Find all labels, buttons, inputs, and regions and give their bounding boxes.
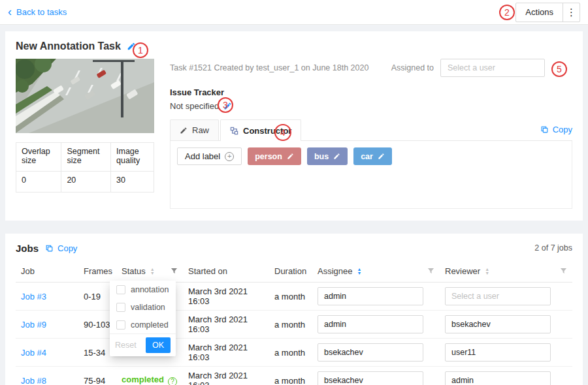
label-pill-bus[interactable]: bus <box>307 147 348 165</box>
more-icon[interactable]: ⋮ <box>563 3 580 22</box>
assigned-to-input[interactable] <box>440 59 545 77</box>
task-params-table: Overlap size Segment size Image quality … <box>16 142 154 192</box>
job-started: March 3rd 2021 16:03 <box>183 367 269 385</box>
reviewer-filter-icon[interactable] <box>560 268 567 275</box>
annotation-circle-5: 5 <box>551 61 567 77</box>
back-to-tasks-link[interactable]: ‹ Back to tasks <box>8 7 67 18</box>
checkbox-icon <box>116 285 125 294</box>
param-value-overlap: 0 <box>16 172 61 192</box>
plus-circle-icon: + <box>225 152 234 161</box>
job-status: completed? <box>116 367 183 385</box>
jobs-card: Jobs Copy 2 of 7 jobs Job Frames Status … <box>5 234 583 385</box>
filter-option-label: completed <box>131 320 169 330</box>
job-duration: a month <box>269 283 312 311</box>
status-help-icon[interactable]: ? <box>168 377 177 385</box>
reviewer-input[interactable] <box>445 315 551 333</box>
tab-raw-label: Raw <box>192 125 209 135</box>
edit-label-icon <box>333 153 340 160</box>
annotation-circle-3: 3 <box>218 97 233 113</box>
job-started: March 3rd 2021 16:03 <box>183 311 269 339</box>
annotation-circle-2: 2 <box>499 5 515 20</box>
assignee-filter-icon[interactable] <box>427 268 434 275</box>
column-header-assignee[interactable]: Assignee ▲ ▼ <box>312 260 440 283</box>
reviewer-input[interactable] <box>445 287 551 305</box>
table-header-row: Job Frames Status ▲ ▼ Started on <box>16 260 572 283</box>
status-text: completed <box>122 375 164 384</box>
label-pill-person[interactable]: person <box>248 147 301 165</box>
task-thumbnail <box>16 59 154 133</box>
back-chevron-icon: ‹ <box>8 6 12 18</box>
column-label-reviewer: Reviewer <box>445 266 480 276</box>
sort-carets[interactable]: ▲ ▼ <box>485 268 489 275</box>
labels-tabs: Raw Constructor Copy <box>170 119 572 141</box>
task-details-card: New Annotation Task <box>5 31 583 221</box>
job-link[interactable]: Job #4 <box>21 348 46 358</box>
filter-option-label: validation <box>131 303 165 312</box>
annotation-circle-4: 4 <box>274 124 291 141</box>
tab-raw[interactable]: Raw <box>170 119 219 140</box>
filter-reset-button[interactable]: Reset <box>115 341 137 350</box>
add-label-text: Add label <box>185 151 220 161</box>
assignee-input[interactable] <box>318 371 423 385</box>
filter-option-completed[interactable]: completed <box>110 316 176 333</box>
issue-tracker-label: Issue Tracker <box>170 87 572 97</box>
filter-option-label: annotation <box>131 285 169 294</box>
job-duration: a month <box>269 311 312 339</box>
table-row: Job #8 75-94 completed? March 3rd 2021 1… <box>16 367 572 385</box>
copy-jobs-label: Copy <box>57 243 77 253</box>
jobs-count: 2 of 7 jobs <box>534 243 572 253</box>
param-header-overlap: Overlap size <box>16 143 61 172</box>
edit-label-icon <box>287 153 294 160</box>
label-pill-car[interactable]: car <box>353 147 392 165</box>
job-link[interactable]: Job #9 <box>21 320 46 330</box>
filter-option-validation[interactable]: validation <box>110 298 176 316</box>
assigned-to-label: Assigned to <box>391 63 434 72</box>
caret-down-icon: ▼ <box>485 271 489 275</box>
filter-option-annotation[interactable]: annotation <box>110 281 176 298</box>
assignee-input[interactable] <box>318 315 423 333</box>
label-name: car <box>361 152 373 161</box>
param-header-quality: Image quality <box>111 143 154 172</box>
param-value-quality: 30 <box>111 172 154 192</box>
actions-label[interactable]: Actions <box>516 3 563 22</box>
job-started: March 3rd 2021 16:03 <box>183 283 269 311</box>
actions-button[interactable]: Actions ⋮ <box>515 3 580 22</box>
column-label-assignee: Assignee <box>318 266 352 276</box>
job-started: March 3rd 2021 16:03 <box>183 339 269 367</box>
copy-labels-label: Copy <box>553 125 572 134</box>
column-header-duration: Duration <box>269 260 312 283</box>
job-link[interactable]: Job #3 <box>21 292 46 301</box>
labels-constructor-panel: Add label + person bus <box>170 141 572 209</box>
column-header-reviewer[interactable]: Reviewer ▲ ▼ <box>440 260 572 283</box>
checkbox-icon <box>116 303 125 312</box>
column-header-status[interactable]: Status ▲ ▼ <box>116 260 183 283</box>
param-value-segment: 20 <box>61 172 111 192</box>
jobs-title: Jobs <box>16 243 39 254</box>
job-frames: 75-94 <box>78 367 116 385</box>
add-label-button[interactable]: Add label + <box>177 147 242 165</box>
table-row: Job #9 90-103 March 3rd 2021 16:03 a mon… <box>16 311 572 339</box>
column-header-started: Started on <box>183 260 269 283</box>
assignee-input[interactable] <box>318 287 423 305</box>
caret-down-icon: ▼ <box>357 271 361 275</box>
page-title: New Annotation Task <box>16 40 121 52</box>
reviewer-input[interactable] <box>445 371 551 385</box>
label-name: bus <box>314 152 329 161</box>
copy-labels-link[interactable]: Copy <box>540 125 572 140</box>
column-header-job: Job <box>16 260 78 283</box>
checkbox-icon <box>116 320 125 330</box>
back-label: Back to tasks <box>16 7 67 17</box>
reviewer-input[interactable] <box>445 343 551 362</box>
copy-icon <box>45 244 54 253</box>
jobs-table: Job Frames Status ▲ ▼ Started on <box>16 260 572 385</box>
sort-carets[interactable]: ▲ ▼ <box>150 268 155 275</box>
edit-label-icon <box>378 153 385 160</box>
issue-tracker-value: Not specified <box>170 101 219 111</box>
job-link[interactable]: Job #8 <box>21 376 46 385</box>
assignee-input[interactable] <box>318 343 423 362</box>
status-filter-icon[interactable] <box>171 268 178 275</box>
column-label-status: Status <box>122 266 146 276</box>
filter-ok-button[interactable]: OK <box>146 337 171 353</box>
sort-carets[interactable]: ▲ ▼ <box>357 268 361 275</box>
copy-jobs-link[interactable]: Copy <box>45 243 77 253</box>
